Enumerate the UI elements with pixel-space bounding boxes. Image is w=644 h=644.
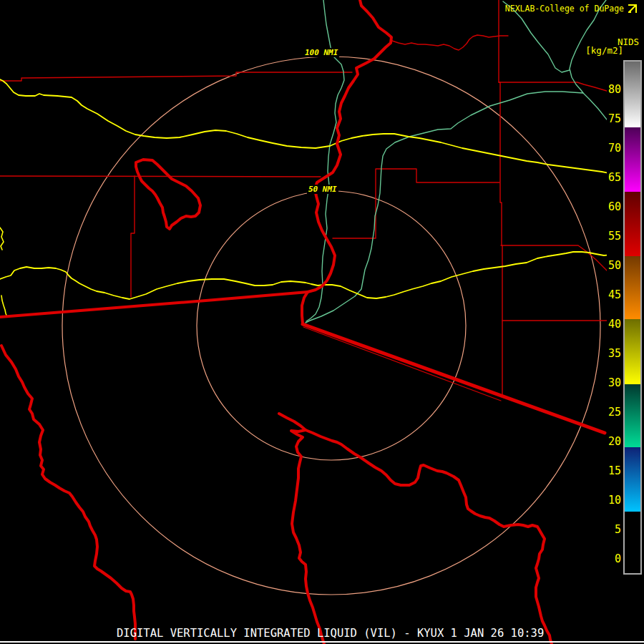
bottom-divider [0, 641, 644, 643]
colorbar-segment-green [625, 384, 640, 447]
colorbar-segment-orange [625, 256, 640, 319]
scale-units-label: [kg/m2] [585, 45, 623, 56]
colorbar-segment-gray [625, 62, 640, 127]
river-branch-east [583, 93, 607, 119]
colorbar-segment-red [625, 192, 640, 256]
road-north [0, 79, 607, 175]
county-line-center-step [333, 169, 499, 238]
county-line-ne-lower [501, 245, 607, 270]
county-line-west-vertical [131, 176, 135, 297]
colorbar-segment-magenta [625, 127, 640, 192]
county-line-se-parallel [303, 327, 501, 401]
colorbar-tick-70: 70 [608, 141, 621, 155]
range-ring-50nmi [197, 191, 466, 460]
colorbar-tick-65: 65 [608, 170, 621, 185]
header: NEXLAB-College of DuPage [505, 3, 638, 14]
range-ring-label-50nmi: 50 NMI [307, 185, 338, 194]
border-se-diagonal [303, 324, 605, 433]
county-line-east-vertical [499, 0, 502, 394]
county-line-nw [0, 72, 352, 81]
color-scale-bar [623, 60, 642, 575]
product-caption: DIGITAL VERTICALLY INTEGRATED LIQUID (VI… [117, 627, 544, 640]
colorbar-tick-25: 25 [608, 405, 621, 419]
road-left-wiggle [0, 228, 4, 250]
colorbar-tick-55: 55 [608, 229, 621, 243]
range-ring-100nmi [62, 57, 600, 595]
colorbar-tick-50: 50 [608, 258, 621, 273]
colorbar-segment-black [625, 512, 640, 573]
colorbar-tick-10: 10 [608, 493, 621, 507]
colorbar-tick-60: 60 [608, 200, 621, 214]
radar-display: { "header": { "title": "NEXLAB-College o… [0, 0, 644, 644]
app-title: NEXLAB-College of DuPage [505, 4, 624, 14]
border-lower-middle [279, 414, 324, 644]
road-left-short [1, 296, 7, 317]
colorbar-segment-blue [625, 447, 640, 512]
colorbar-tick-0: 0 [615, 552, 621, 566]
colorbar-tick-5: 5 [615, 522, 621, 537]
colorbar-tick-75: 75 [608, 112, 621, 126]
radar-map-canvas [0, 0, 607, 644]
colorbar-tick-45: 45 [608, 288, 621, 302]
college-of-dupage-logo-icon [627, 3, 638, 14]
county-line-ne-upper [499, 82, 607, 91]
county-line-north-center [392, 35, 508, 50]
border-loop [136, 160, 200, 229]
border-west [0, 292, 308, 317]
border-lower-east-branch [306, 430, 552, 644]
border-lower-left [1, 346, 135, 639]
colorbar-segment-yellow [625, 319, 640, 384]
colorbar-tick-80: 80 [608, 82, 621, 97]
colorbar-tick-30: 30 [608, 376, 621, 390]
colorbar-tick-20: 20 [608, 434, 621, 449]
colorbar-tick-40: 40 [608, 317, 621, 331]
colorbar-tick-35: 35 [608, 346, 621, 361]
county-line-west [0, 176, 321, 177]
colorbar-tick-15: 15 [608, 464, 621, 478]
range-ring-label-100nmi: 100 NMI [303, 48, 339, 57]
